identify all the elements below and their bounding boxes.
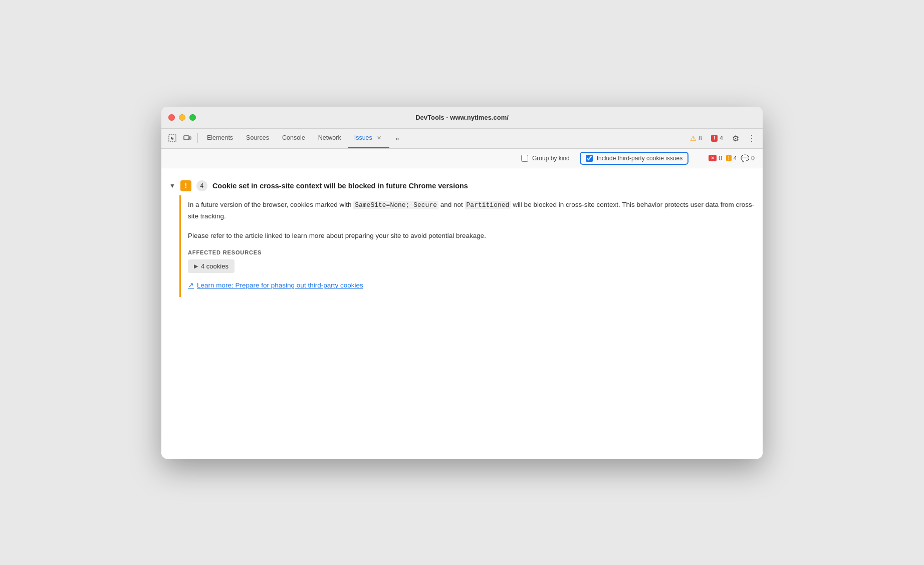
cookies-toggle-label: 4 cookies bbox=[201, 262, 228, 270]
main-content: ▼ ! 4 Cookie set in cross-site context w… bbox=[161, 168, 763, 459]
more-tabs-button[interactable]: » bbox=[390, 131, 404, 145]
toolbar-divider bbox=[197, 133, 198, 143]
affected-resources-label: AFFECTED RESOURCES bbox=[188, 249, 755, 255]
cursor-icon-button[interactable] bbox=[165, 131, 179, 145]
info-count-icon: 💬 bbox=[741, 154, 749, 162]
tab-issues[interactable]: Issues ✕ bbox=[348, 128, 389, 148]
tab-sources[interactable]: Sources bbox=[240, 128, 275, 148]
devtools-window: DevTools - www.nytimes.com/ Elements Sou… bbox=[161, 107, 763, 459]
device-toggle-button[interactable] bbox=[180, 131, 194, 145]
warning-count-icon: ! bbox=[726, 155, 732, 161]
issue-group: ▼ ! 4 Cookie set in cross-site context w… bbox=[161, 176, 763, 298]
issue-warning-badge: ! bbox=[180, 180, 191, 191]
close-button[interactable] bbox=[168, 114, 175, 121]
title-bar: DevTools - www.nytimes.com/ bbox=[161, 107, 763, 129]
group-by-kind-label: Group by kind bbox=[532, 155, 570, 162]
issue-description-2: Please refer to the article linked to le… bbox=[188, 230, 755, 242]
tab-console[interactable]: Console bbox=[276, 128, 311, 148]
issue-body: In a future version of the browser, cook… bbox=[179, 195, 755, 298]
issue-description-1: In a future version of the browser, cook… bbox=[188, 199, 755, 222]
warning-count-button[interactable]: ⚠ 8 bbox=[686, 133, 706, 144]
error-count-button[interactable]: ! 4 bbox=[708, 133, 727, 143]
include-third-party-checkbox[interactable] bbox=[586, 155, 593, 162]
issue-header[interactable]: ▼ ! 4 Cookie set in cross-site context w… bbox=[169, 176, 755, 195]
minimize-button[interactable] bbox=[179, 114, 185, 121]
warning-triangle-icon: ⚠ bbox=[690, 134, 697, 142]
devtools-toolbar: Elements Sources Console Network Issues … bbox=[161, 129, 763, 149]
include-third-party-label: Include third-party cookie issues bbox=[597, 155, 682, 162]
include-third-party-filter-group: Include third-party cookie issues bbox=[580, 152, 688, 165]
group-by-kind-filter: Group by kind bbox=[521, 155, 570, 162]
external-link-icon: ↗ bbox=[188, 281, 194, 289]
issues-filter-bar: Group by kind Include third-party cookie… bbox=[161, 149, 763, 168]
error-count-icon: ✕ bbox=[709, 155, 717, 161]
info-count-badge: 💬 0 bbox=[741, 154, 755, 162]
traffic-lights bbox=[168, 114, 196, 121]
cookies-toggle[interactable]: ▶ 4 cookies bbox=[188, 259, 235, 273]
gear-icon: ⚙ bbox=[732, 134, 739, 143]
tab-elements[interactable]: Elements bbox=[201, 128, 239, 148]
svg-rect-2 bbox=[189, 137, 191, 139]
error-count-badge: ✕ 0 bbox=[709, 155, 722, 162]
issue-title: Cookie set in cross-site context will be… bbox=[212, 182, 468, 190]
group-by-kind-checkbox[interactable] bbox=[521, 155, 528, 162]
more-options-button[interactable]: ⋮ bbox=[745, 131, 759, 145]
learn-more-link[interactable]: ↗ Learn more: Prepare for phasing out th… bbox=[188, 281, 755, 289]
settings-button[interactable]: ⚙ bbox=[729, 131, 743, 145]
issues-count-area: ✕ 0 ! 4 💬 0 bbox=[709, 154, 755, 162]
issue-count-badge: 4 bbox=[196, 180, 207, 191]
tab-issues-close[interactable]: ✕ bbox=[375, 134, 383, 142]
collapse-arrow-icon[interactable]: ▼ bbox=[169, 182, 175, 189]
cookies-toggle-arrow-icon: ▶ bbox=[194, 263, 198, 269]
error-square-icon: ! bbox=[711, 135, 718, 142]
learn-more-label: Learn more: Prepare for phasing out thir… bbox=[197, 281, 363, 289]
tab-network[interactable]: Network bbox=[312, 128, 347, 148]
warning-count-badge: ! 4 bbox=[726, 155, 737, 162]
toolbar-right: ⚠ 8 ! 4 ⚙ ⋮ bbox=[686, 131, 759, 145]
kebab-menu-icon: ⋮ bbox=[748, 134, 756, 143]
window-title: DevTools - www.nytimes.com/ bbox=[415, 114, 509, 121]
svg-rect-1 bbox=[184, 136, 189, 140]
maximize-button[interactable] bbox=[189, 114, 196, 121]
